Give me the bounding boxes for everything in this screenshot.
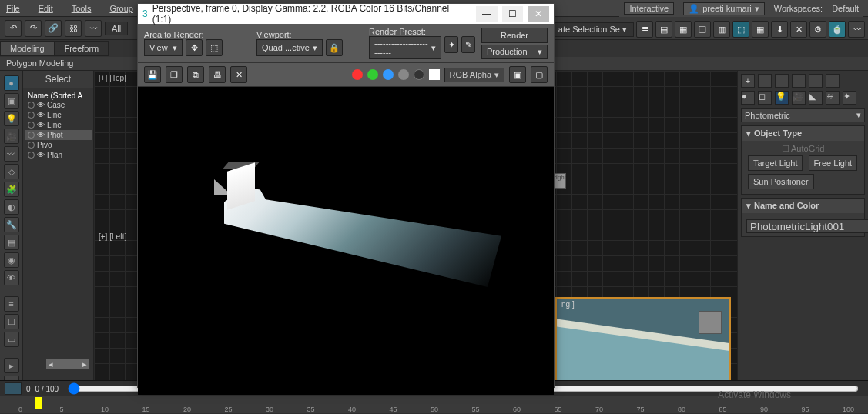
tb-icon-8[interactable]: ⬇ (771, 21, 788, 38)
lbtn-layer-icon[interactable]: ▭ (4, 332, 19, 347)
lbtn-select-icon[interactable]: ▣ (4, 93, 19, 109)
sub-systems-icon[interactable]: ✦ (843, 91, 856, 105)
print-icon[interactable]: 🖶 (209, 66, 226, 83)
bind-icon[interactable]: 〰 (85, 20, 102, 37)
area-to-render-dropdown[interactable]: View▾ (144, 39, 183, 56)
link-icon[interactable]: 🔗 (45, 20, 62, 37)
sub-shapes-icon[interactable]: ◻ (758, 91, 772, 105)
workspaces-value[interactable]: Default (832, 4, 859, 13)
visibility-icon[interactable] (28, 142, 35, 149)
preset-edit-icon[interactable]: ✎ (461, 36, 475, 53)
scene-item-selected[interactable]: 👁Phot (25, 130, 92, 140)
lbtn-display-icon[interactable]: 👁 (4, 270, 19, 285)
target-light-button[interactable]: Target Light (748, 155, 803, 171)
interactive-label[interactable]: Interactive (624, 2, 674, 15)
redo-icon[interactable]: ↷ (25, 20, 42, 37)
tab-display-icon[interactable] (809, 74, 823, 88)
sub-spacewarps-icon[interactable]: ≋ (826, 91, 840, 105)
viewport-layout-icon[interactable] (5, 382, 22, 395)
tb-icon-9[interactable]: ✕ (790, 21, 807, 38)
tb-icon-11[interactable]: 〰 (848, 21, 865, 38)
channel-dropdown[interactable]: RGB Alpha▾ (444, 68, 504, 82)
rollout-header[interactable]: ▾Name and Color (742, 199, 864, 213)
viewport-left-label[interactable]: [+] [Left] (99, 232, 126, 241)
crop-icon[interactable]: ⬚ (206, 39, 223, 56)
scene-item[interactable]: Pivo (25, 140, 92, 150)
selset-dropdown[interactable]: ate Selection Se ▾ (551, 22, 634, 37)
menu-tools[interactable]: Tools (72, 4, 92, 13)
channel-blue-icon[interactable] (383, 69, 394, 80)
clone-icon[interactable]: ⧉ (187, 66, 204, 83)
maximize-button[interactable]: ☐ (502, 6, 524, 22)
tb-icon-10[interactable]: ⚙ (809, 21, 826, 38)
window-b-icon[interactable]: ▢ (531, 66, 548, 83)
channel-green-icon[interactable] (367, 69, 378, 80)
lbtn-camera-icon[interactable]: 🎥 (4, 129, 19, 144)
lbtn-space-icon[interactable]: ◇ (4, 164, 19, 179)
scene-item[interactable]: 👁Plan (25, 150, 92, 160)
scene-hscroll[interactable]: ◂▸ (46, 359, 89, 369)
lbtn-modify-icon[interactable]: 🔧 (4, 217, 19, 232)
clear-icon[interactable]: ✕ (230, 66, 247, 83)
all-filter[interactable]: All (105, 22, 128, 35)
tb-icon-7[interactable]: ▦ (752, 21, 769, 38)
object-name-input[interactable] (746, 219, 868, 233)
tab-modeling[interactable]: Modeling (0, 41, 55, 56)
channel-mono-icon[interactable] (414, 69, 424, 80)
tb-teapot-icon[interactable]: 🍵 (829, 21, 846, 38)
tb-icon-3[interactable]: ▦ (675, 21, 692, 38)
sub-helpers-icon[interactable]: ◣ (809, 91, 823, 105)
channel-alpha-icon[interactable] (398, 69, 409, 80)
sub-geometry-icon[interactable]: ● (741, 91, 755, 105)
save-icon[interactable]: 💾 (144, 66, 161, 83)
viewport-dropdown[interactable]: Quad ...ctive▾ (256, 39, 323, 56)
visibility-icon[interactable] (28, 112, 35, 119)
undo-icon[interactable]: ↶ (5, 20, 22, 37)
scene-item[interactable]: 👁Line (25, 110, 92, 120)
visibility-icon[interactable] (28, 152, 35, 159)
lbtn-shape-icon[interactable]: ◐ (4, 199, 19, 215)
scene-sort-header[interactable]: Name (Sorted A (25, 92, 92, 100)
menu-edit[interactable]: Edit (39, 4, 53, 13)
keyframe-marker[interactable] (35, 397, 42, 409)
autogrid-checkbox[interactable]: ☐ AutoGrid (746, 144, 860, 154)
tab-hierarchy-icon[interactable] (775, 74, 789, 88)
sub-cameras-icon[interactable]: 🎥 (792, 91, 806, 105)
production-dropdown[interactable]: Production▾ (481, 45, 548, 59)
tb-icon-2[interactable]: ▤ (655, 21, 672, 38)
region-icon[interactable]: ✥ (186, 39, 203, 56)
viewcube-icon[interactable] (699, 311, 722, 334)
lbtn-list-icon[interactable]: ≡ (4, 296, 19, 312)
render-preset-dropdown[interactable]: -------------------------▾ (369, 36, 441, 59)
copy-icon[interactable]: ❐ (166, 66, 183, 83)
sub-lights-icon[interactable]: 💡 (775, 91, 789, 105)
unlink-icon[interactable]: ⛓ (65, 20, 82, 37)
visibility-icon[interactable] (28, 102, 35, 109)
lbtn-box-icon[interactable]: ☐ (4, 314, 19, 329)
tab-motion-icon[interactable] (792, 74, 806, 88)
menu-file[interactable]: File (6, 4, 20, 13)
render-window-titlebar[interactable]: 3 Perspective, frame 0, Display Gamma: 2… (138, 4, 554, 24)
lbtn-hierarchy-icon[interactable]: ▤ (4, 235, 19, 250)
scene-item[interactable]: 👁Case (25, 100, 92, 110)
minimize-button[interactable]: — (476, 6, 498, 22)
lock-icon[interactable]: 🔒 (326, 39, 343, 56)
rollout-header[interactable]: ▾Object Type (742, 126, 864, 141)
channel-red-icon[interactable] (352, 69, 363, 80)
preset-tool-icon[interactable]: ✦ (444, 36, 458, 53)
lbtn-helper-icon[interactable]: 〰 (4, 146, 19, 162)
tb-icon-6[interactable]: ⬚ (732, 21, 749, 38)
viewport-top-label[interactable]: [+] [Top] (99, 74, 126, 82)
channel-all-icon[interactable] (429, 69, 440, 80)
window-a-icon[interactable]: ▣ (509, 66, 526, 83)
tab-freeform[interactable]: Freeform (55, 41, 109, 56)
lbtn-system-icon[interactable]: 🧩 (4, 182, 19, 197)
tb-icon-1[interactable]: ≣ (636, 21, 653, 38)
tb-icon-4[interactable]: ❏ (694, 21, 711, 38)
tab-create-icon[interactable]: + (741, 74, 755, 88)
visibility-icon[interactable] (28, 132, 35, 139)
lbtn-play-icon[interactable]: ▸ (4, 358, 19, 373)
menu-group[interactable]: Group (109, 4, 133, 13)
free-light-button[interactable]: Free Light (809, 155, 858, 171)
tab-utilities-icon[interactable] (826, 74, 840, 88)
